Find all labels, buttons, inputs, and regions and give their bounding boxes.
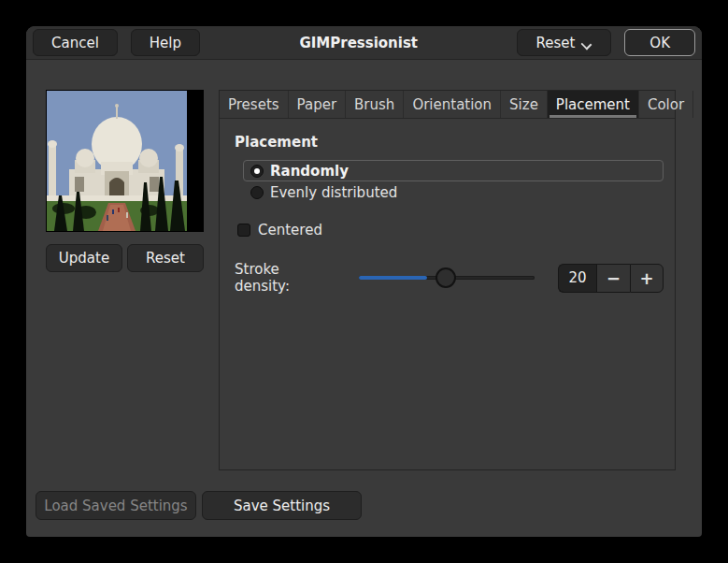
tab-presets[interactable]: Presets [220, 91, 289, 118]
tab-brush[interactable]: Brush [346, 91, 404, 118]
load-saved-settings-button: Load Saved Settings [36, 491, 196, 520]
ok-button[interactable]: OK [624, 29, 695, 56]
preview-buttons: Update Reset [46, 244, 204, 272]
preview-column: Update Reset [46, 90, 204, 272]
slider-fill [359, 276, 427, 280]
placement-panel: Placement Randomly Evenly distributed Ce… [220, 119, 675, 295]
radio-randomly-label: Randomly [270, 163, 349, 180]
radio-evenly-label: Evenly distributed [270, 184, 397, 201]
update-preview-button[interactable]: Update [46, 244, 122, 272]
tab-paper[interactable]: Paper [289, 91, 346, 118]
decrement-button[interactable]: − [596, 264, 630, 293]
centered-checkbox-row[interactable]: Centered [237, 222, 664, 238]
reset-dropdown-button[interactable]: Reset [517, 29, 611, 56]
tab-orientation[interactable]: Orientation [404, 91, 501, 118]
radio-randomly[interactable]: Randomly [243, 160, 664, 181]
radio-unselected-icon [250, 186, 264, 199]
centered-label: Centered [258, 222, 322, 238]
reset-preview-button[interactable]: Reset [127, 244, 204, 272]
stroke-density-spinner: 20 − + [558, 264, 664, 293]
radio-evenly-distributed[interactable]: Evenly distributed [243, 181, 664, 203]
stroke-density-row: Stroke density: 20 − + [235, 261, 664, 295]
tab-color[interactable]: Color [639, 91, 693, 118]
increment-button[interactable]: + [630, 264, 664, 293]
titlebar: Cancel Help GIMPressionist Reset OK [26, 26, 702, 60]
gimpressionist-dialog: Cancel Help GIMPressionist Reset OK [26, 26, 702, 537]
help-button[interactable]: Help [131, 29, 200, 56]
slider-handle[interactable] [435, 267, 456, 288]
radio-selected-icon [250, 165, 264, 178]
checkbox-unchecked-icon [237, 224, 250, 237]
tab-general[interactable]: General [693, 91, 702, 118]
reset-dropdown-label: Reset [535, 35, 575, 51]
dialog-content: Update Reset Presets Paper Brush Orienta… [26, 60, 702, 536]
stroke-density-slider[interactable] [359, 267, 535, 289]
stroke-density-value-field[interactable]: 20 [558, 264, 596, 293]
tab-size[interactable]: Size [501, 91, 548, 118]
stroke-density-label: Stroke density: [235, 261, 328, 295]
footer: Load Saved Settings Save Settings [36, 491, 362, 520]
cancel-button[interactable]: Cancel [33, 29, 118, 56]
placement-heading: Placement [235, 134, 664, 151]
tab-bar: Presets Paper Brush Orientation Size Pla… [220, 91, 675, 119]
tab-placement[interactable]: Placement [548, 91, 639, 118]
save-settings-button[interactable]: Save Settings [202, 491, 362, 520]
settings-notebook: Presets Paper Brush Orientation Size Pla… [219, 90, 676, 470]
preview-image [46, 90, 204, 232]
dialog-title: GIMPressionist [206, 35, 511, 51]
chevron-down-icon [582, 40, 592, 47]
